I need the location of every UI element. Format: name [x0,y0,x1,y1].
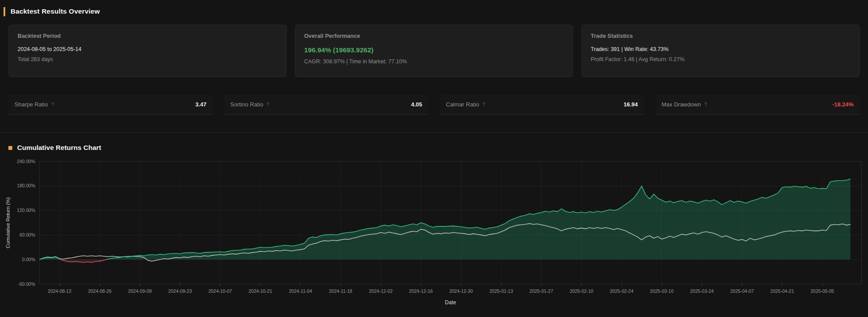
help-icon[interactable]: ? [705,102,707,107]
calmar-ratio-value: 16.94 [624,101,638,108]
strategy-area-positive [40,179,850,259]
svg-text:2024-09-23: 2024-09-23 [168,288,192,294]
metric-label: Sharpe Ratio [15,101,48,108]
svg-text:120.00%: 120.00% [17,208,35,213]
svg-text:2024-08-12: 2024-08-12 [48,288,72,294]
cumulative-returns-chart-canvas[interactable]: 240.00%180.00%120.00%60.00%0.00%-60.00%2… [0,153,868,308]
svg-text:0.00%: 0.00% [22,257,35,262]
header-accent-bar [4,7,5,16]
card-title: Overall Performance [304,33,564,39]
svg-text:2025-04-07: 2025-04-07 [730,288,754,294]
svg-text:2024-12-02: 2024-12-02 [369,288,393,294]
svg-text:2025-04-21: 2025-04-21 [770,288,794,294]
strategy-area-negative [40,259,850,262]
trades-win-rate: Trades: 391 | Win Rate: 43.73% [591,46,850,52]
svg-text:240.00%: 240.00% [17,159,35,164]
cagr-time-in-market: CAGR: 308.97% | Time in Market: 77.10% [304,58,564,65]
cumulative-returns-chart: 240.00%180.00%120.00%60.00%0.00%-60.00%2… [0,153,868,310]
svg-text:2025-01-13: 2025-01-13 [490,288,513,294]
sharpe-ratio-value: 3.47 [195,101,206,108]
summary-cards-row: Backtest Period 2024-08-05 to 2025-05-14… [8,25,860,77]
backtest-period-total-days: Total 283 days [18,56,277,62]
svg-text:Date: Date [445,299,456,306]
max-drawdown-value: -18.24% [832,101,853,108]
svg-text:2025-03-24: 2025-03-24 [690,288,714,294]
overall-performance-card: Overall Performance 196.94% (19693.9262)… [295,25,573,77]
svg-text:2024-08-26: 2024-08-26 [88,288,112,294]
backtest-period-range: 2024-08-05 to 2025-05-14 [18,46,277,52]
backtest-dashboard: Backtest Results Overview Backtest Perio… [0,0,868,310]
svg-text:2024-12-30: 2024-12-30 [449,288,473,294]
backtest-period-card: Backtest Period 2024-08-05 to 2025-05-14… [8,25,287,77]
sortino-ratio-value: 4.05 [411,101,422,108]
chart-section-title: Cumulative Returns Chart [17,144,101,152]
metric-label: Sortino Ratio [230,101,263,108]
help-icon[interactable]: ? [267,102,269,107]
page-header: Backtest Results Overview [4,5,860,18]
metric-label: Calmar Ratio [446,101,479,108]
svg-text:Cumulative Return (%): Cumulative Return (%) [5,197,11,248]
svg-text:2024-12-16: 2024-12-16 [409,288,433,294]
svg-text:2025-01-27: 2025-01-27 [530,288,553,294]
svg-text:2025-02-10: 2025-02-10 [570,288,593,294]
svg-text:2024-10-07: 2024-10-07 [208,288,232,294]
svg-text:2024-11-18: 2024-11-18 [329,288,352,294]
help-icon[interactable]: ? [483,102,485,107]
svg-text:2025-05-05: 2025-05-05 [810,288,834,294]
svg-text:2024-09-09: 2024-09-09 [128,288,152,294]
trade-statistics-card: Trade Statistics Trades: 391 | Win Rate:… [581,25,860,77]
card-title: Trade Statistics [591,33,850,39]
calmar-ratio-metric: Calmar Ratio ? 16.94 [440,95,644,115]
svg-text:-60.00%: -60.00% [18,281,35,287]
sharpe-ratio-metric: Sharpe Ratio ? 3.47 [8,95,213,115]
metric-label: Max Drawdown [661,101,701,108]
svg-text:2024-11-04: 2024-11-04 [289,288,312,294]
svg-text:2025-03-10: 2025-03-10 [650,288,674,294]
page-title: Backtest Results Overview [11,7,100,15]
svg-text:2024-10-21: 2024-10-21 [249,288,272,294]
sortino-ratio-metric: Sortino Ratio ? 4.05 [224,95,429,115]
svg-text:2025-02-24: 2025-02-24 [610,288,634,294]
card-title: Backtest Period [18,33,277,39]
max-drawdown-metric: Max Drawdown ? -18.24% [655,95,860,115]
svg-text:60.00%: 60.00% [19,232,35,237]
help-icon[interactable]: ? [51,102,54,107]
total-return-value: 196.94% (19693.9262) [304,46,564,54]
svg-text:180.00%: 180.00% [17,183,35,188]
risk-metrics-row: Sharpe Ratio ? 3.47 Sortino Ratio ? 4.05… [8,95,860,115]
profit-factor-avg-return: Profit Factor: 1.46 | Avg Return: 0.27% [591,56,850,62]
chart-section-header: Cumulative Returns Chart [8,143,860,153]
section-divider [0,132,868,133]
section-bullet-icon [8,146,12,150]
